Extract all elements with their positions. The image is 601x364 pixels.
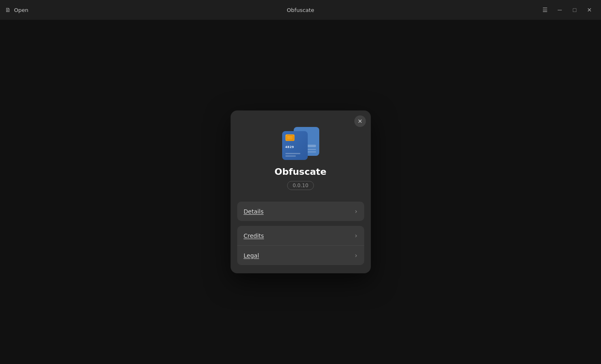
version-badge: 0.0.10	[287, 181, 313, 190]
app-icon: 4829	[282, 127, 319, 160]
credits-label: Credits	[244, 232, 264, 239]
card-front: 4829	[282, 131, 308, 160]
legal-label: Legal	[244, 252, 259, 259]
title-bar-left: 🗎 Open	[5, 7, 28, 13]
dialog-menu: Details › Credits › Legal ›	[231, 202, 371, 273]
card-line	[285, 153, 301, 154]
title-bar: 🗎 Open Obfuscate ☰ ─ □ ✕	[0, 0, 601, 20]
open-label: Open	[14, 7, 28, 13]
chevron-right-icon: ›	[355, 232, 357, 240]
chevron-right-icon: ›	[355, 251, 357, 259]
card-line	[285, 155, 296, 157]
card-lines	[285, 153, 304, 157]
card-number: 4829	[285, 146, 304, 149]
details-menu-item[interactable]: Details ›	[237, 202, 364, 221]
chevron-right-icon: ›	[355, 207, 357, 215]
menu-section: Credits › Legal ›	[237, 226, 364, 265]
title-bar-title: Obfuscate	[287, 7, 314, 13]
main-content: ✕ 4829	[0, 20, 601, 364]
minimize-button[interactable]: ─	[553, 3, 566, 16]
title-bar-controls: ☰ ─ □ ✕	[538, 3, 596, 16]
dialog-close-button[interactable]: ✕	[354, 115, 366, 127]
details-label: Details	[244, 208, 264, 215]
card-chip	[285, 134, 295, 141]
maximize-button[interactable]: □	[568, 3, 581, 16]
close-button[interactable]: ✕	[583, 3, 596, 16]
credits-menu-item[interactable]: Credits ›	[237, 226, 364, 246]
open-icon: 🗎	[5, 7, 11, 13]
legal-menu-item[interactable]: Legal ›	[237, 246, 364, 265]
dialog-header: 4829 Obfuscate 0.0.10	[231, 110, 371, 202]
app-name: Obfuscate	[274, 167, 326, 177]
menu-button[interactable]: ☰	[538, 3, 552, 16]
about-dialog: ✕ 4829	[231, 110, 371, 273]
